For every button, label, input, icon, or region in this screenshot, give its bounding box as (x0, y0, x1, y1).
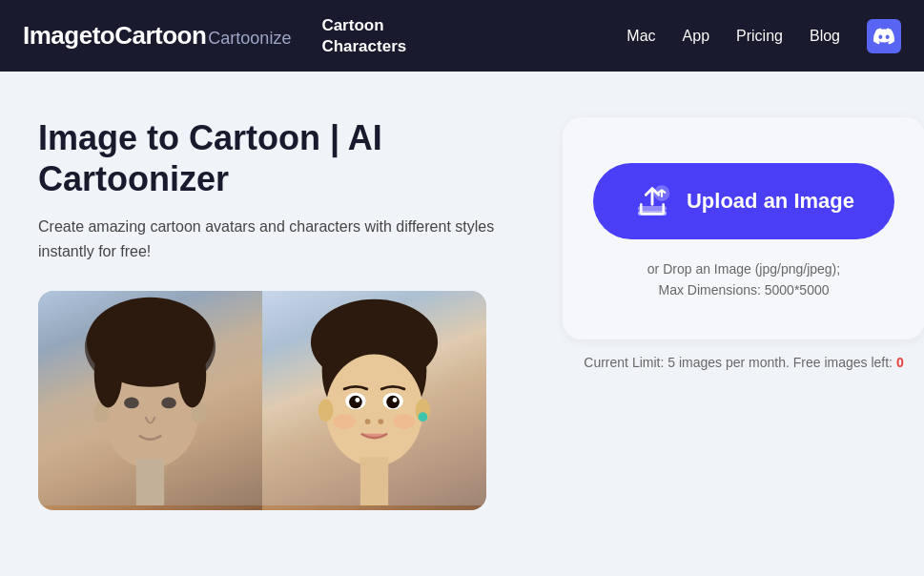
left-section: Image to Cartoon | AI Cartoonizer Create… (38, 117, 505, 510)
svg-point-28 (419, 412, 428, 422)
discord-icon[interactable] (867, 19, 901, 53)
svg-point-29 (333, 414, 355, 429)
brand-name-main: ImagetoCartoon (23, 21, 206, 51)
upload-icon (633, 182, 671, 220)
nav-cartoon-characters-link[interactable]: Cartoon Characters (321, 15, 406, 56)
nav-link-app[interactable]: App (683, 28, 709, 45)
demo-images (38, 291, 486, 510)
svg-point-30 (393, 414, 415, 429)
drop-hint: or Drop an Image (jpg/png/jpeg); Max Dim… (647, 258, 840, 301)
right-section: Upload an Image or Drop an Image (jpg/pn… (563, 117, 924, 370)
upload-button[interactable]: Upload an Image (593, 163, 894, 239)
nav-links: Mac App Pricing Blog (626, 19, 901, 53)
demo-image-before (38, 291, 262, 510)
svg-point-16 (326, 354, 423, 465)
navbar: ImagetoCartoon Cartoonize Cartoon Charac… (0, 0, 924, 72)
upload-card: Upload an Image or Drop an Image (jpg/pn… (563, 117, 924, 339)
main-content: Image to Cartoon | AI Cartoonizer Create… (0, 72, 924, 548)
svg-point-19 (349, 395, 362, 408)
svg-point-24 (378, 419, 383, 424)
svg-point-20 (386, 395, 400, 408)
svg-point-10 (94, 341, 122, 407)
cartoon-line1: Cartoon (321, 15, 406, 35)
svg-point-23 (365, 419, 371, 424)
face-before-svg (38, 291, 262, 505)
cartoon-line2: Characters (321, 36, 406, 56)
drop-hint-line2: Max Dimensions: 5000*5000 (659, 282, 830, 298)
nav-link-pricing[interactable]: Pricing (736, 28, 783, 45)
demo-image-after (262, 291, 486, 510)
page-title: Image to Cartoon | AI Cartoonizer (38, 117, 505, 199)
limit-number: 0 (896, 355, 904, 370)
nav-link-mac[interactable]: Mac (626, 28, 655, 45)
nav-brand[interactable]: ImagetoCartoon Cartoonize (23, 21, 291, 51)
page-subtitle: Create amazing cartoon avatars and chara… (38, 215, 505, 263)
discord-svg (873, 26, 894, 47)
nav-link-blog[interactable]: Blog (810, 28, 840, 45)
upload-button-label: Upload an Image (687, 189, 854, 214)
svg-rect-27 (360, 457, 388, 505)
limit-label: Current Limit: 5 images per month. Free … (584, 355, 893, 370)
drop-hint-line1: or Drop an Image (jpg/png/jpeg); (647, 261, 840, 277)
brand-name-sub: Cartoonize (208, 29, 291, 49)
limit-text: Current Limit: 5 images per month. Free … (584, 355, 903, 370)
face-after-svg (262, 291, 486, 505)
svg-point-25 (318, 399, 334, 421)
svg-point-11 (178, 341, 206, 407)
svg-point-22 (393, 398, 398, 402)
svg-point-21 (355, 398, 359, 402)
